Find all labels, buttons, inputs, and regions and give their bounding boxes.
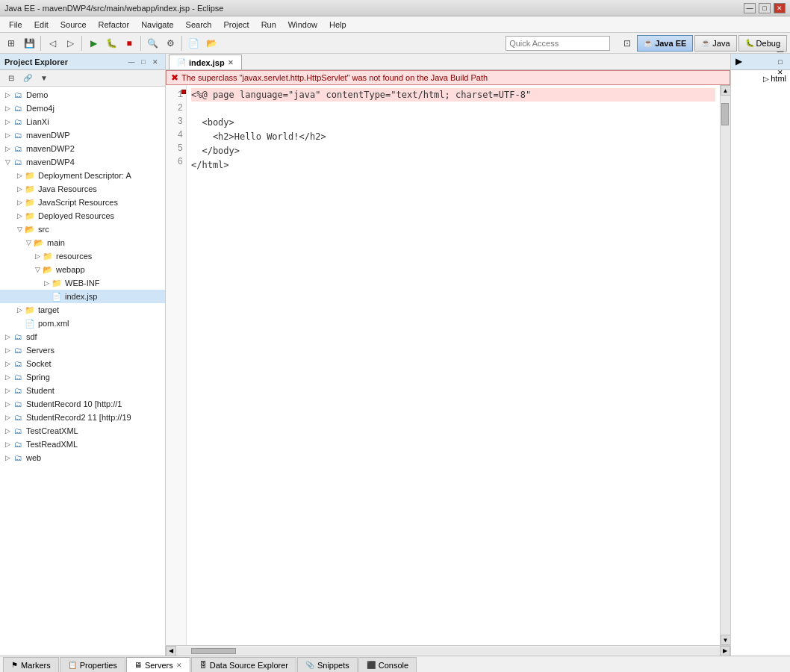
tree-item-main[interactable]: ▽ 📂 main [0, 236, 165, 249]
bottom-tab-markers[interactable]: ⚑ Markers [3, 657, 59, 672]
tree-arrow-resources: ▷ [33, 252, 42, 260]
bottom-tab-console[interactable]: ⬛ Console [358, 657, 417, 672]
tree-item-deployment[interactable]: ▷ 📁 Deployment Descriptor: A [0, 169, 165, 182]
code-editor[interactable]: 1 2 3 4 5 6 <%@ page language="java" con… [166, 85, 730, 645]
tree-item-lianxi[interactable]: ▷ 🗂 LianXi [0, 115, 165, 128]
scroll-track[interactable] [721, 96, 730, 635]
bottom-tab-servers[interactable]: 🖥 Servers ✕ [126, 657, 190, 672]
sidebar-menu-btn[interactable]: ▼ [36, 70, 52, 87]
tree-arrow-web: ▷ [3, 454, 12, 461]
back-button[interactable]: ◁ [44, 35, 60, 52]
tree-item-spring[interactable]: ▷ 🗂 Spring [0, 370, 165, 384]
tree-item-src[interactable]: ▽ 📂 src [0, 223, 165, 236]
toolbar-separator-1 [40, 36, 41, 51]
tab-label: index.jsp [189, 58, 225, 67]
sidebar-close-btn[interactable]: ✕ [150, 57, 161, 67]
tree-item-pom[interactable]: 📄 pom.xml [0, 317, 165, 330]
outline-maximize-btn[interactable]: □ [775, 57, 786, 67]
tree-item-testreadxml[interactable]: ▷ 🗂 TestReadXML [0, 438, 165, 451]
tree-label-pom: pom.xml [38, 319, 69, 328]
tree-item-web[interactable]: ▷ 🗂 web [0, 451, 165, 464]
outline-minimize-btn[interactable]: — [775, 46, 786, 57]
vertical-scrollbar[interactable]: ▲ ▼ [720, 85, 730, 645]
folder-icon-webinf: 📁 [51, 277, 63, 289]
menu-edit[interactable]: Edit [28, 19, 55, 31]
project-explorer-panel: Project Explorer — □ ✕ ⊟ 🔗 ▼ ▷ 🗂 Demo ▷ [0, 54, 166, 656]
debug-button[interactable]: 🐛 [103, 35, 119, 52]
menu-search[interactable]: Search [180, 19, 218, 31]
tree-item-mavendwp2[interactable]: ▷ 🗂 mavenDWP2 [0, 142, 165, 155]
tree-item-sdf[interactable]: ▷ 🗂 sdf [0, 330, 165, 343]
tree-item-mavendwp[interactable]: ▷ 🗂 mavenDWP [0, 128, 165, 142]
bottom-tab-datasource[interactable]: 🗄 Data Source Explorer [191, 657, 296, 672]
sidebar-maximize-btn[interactable]: □ [138, 57, 149, 67]
line-num-3: 3 [169, 115, 183, 128]
h-scroll-track[interactable] [176, 647, 720, 655]
tree-item-socket[interactable]: ▷ 🗂 Socket [0, 357, 165, 370]
h-scroll-left-btn[interactable]: ◀ [166, 646, 176, 656]
perspective-toggle-btn[interactable]: ⊡ [619, 35, 635, 52]
maximize-button[interactable]: □ [759, 3, 771, 13]
perspective-java[interactable]: ☕ Java [694, 35, 736, 52]
menu-help[interactable]: Help [323, 19, 352, 31]
menu-navigate[interactable]: Navigate [135, 19, 179, 31]
scroll-down-btn[interactable]: ▼ [721, 635, 731, 645]
tree-item-webapp[interactable]: ▽ 📂 webapp [0, 263, 165, 276]
outline-item-html[interactable]: ▷ html [762, 73, 787, 84]
tab-close-btn[interactable]: ✕ [228, 59, 234, 66]
stop-button[interactable]: ■ [121, 35, 137, 52]
save-button[interactable]: 💾 [21, 35, 37, 52]
tree-item-testcreatxml[interactable]: ▷ 🗂 TestCreatXML [0, 424, 165, 438]
project-icon-spring: 🗂 [12, 371, 24, 383]
tree-item-demo[interactable]: ▷ 🗂 Demo [0, 88, 165, 102]
link-editor-btn[interactable]: 🔗 [19, 70, 36, 87]
settings-button[interactable]: ⚙ [162, 35, 178, 52]
collapse-all-btn[interactable]: ⊟ [3, 70, 19, 87]
h-scroll-right-btn[interactable]: ▶ [720, 646, 730, 656]
minimize-button[interactable]: — [744, 3, 756, 13]
tree-item-mavendwp4[interactable]: ▽ 🗂 mavenDWP4 [0, 155, 165, 169]
tree-item-servers[interactable]: ▷ 🗂 Servers [0, 343, 165, 357]
src-icon: 📂 [24, 223, 36, 235]
horizontal-scrollbar[interactable]: ◀ ▶ [166, 645, 730, 656]
search-button[interactable]: 🔍 [144, 35, 161, 52]
forward-button[interactable]: ▷ [62, 35, 78, 52]
tree-item-js-resources[interactable]: ▷ 📁 JavaScript Resources [0, 196, 165, 209]
tree-item-deployed-resources[interactable]: ▷ 📁 Deployed Resources [0, 209, 165, 223]
quick-access-input[interactable] [506, 36, 610, 51]
menu-window[interactable]: Window [282, 19, 323, 31]
scroll-thumb[interactable] [721, 103, 729, 125]
perspective-javaee[interactable]: ☕ Java EE [637, 35, 693, 52]
tree-item-student[interactable]: ▷ 🗂 Student [0, 384, 165, 397]
servers-tab-close[interactable]: ✕ [176, 662, 182, 669]
tree-item-index-jsp[interactable]: 📄 index.jsp [0, 290, 165, 303]
open-resource-button[interactable]: 📂 [203, 35, 220, 52]
open-type-button[interactable]: 📄 [185, 35, 202, 52]
menu-source[interactable]: Source [55, 19, 93, 31]
tree-label-java-resources: Java Resources [38, 184, 97, 193]
menu-project[interactable]: Project [217, 19, 255, 31]
menu-refactor[interactable]: Refactor [93, 19, 136, 31]
new-button[interactable]: ⊞ [3, 35, 19, 52]
tree-item-resources[interactable]: ▷ 📁 resources [0, 249, 165, 263]
sidebar-minimize-btn[interactable]: — [126, 57, 137, 67]
run-button[interactable]: ▶ [85, 35, 102, 52]
menu-file[interactable]: File [3, 19, 28, 31]
tree-item-java-resources[interactable]: ▷ 📁 Java Resources [0, 182, 165, 196]
scroll-up-btn[interactable]: ▲ [721, 85, 731, 96]
h-scroll-thumb[interactable] [191, 648, 236, 654]
javaee-label: Java EE [655, 39, 686, 48]
close-button[interactable]: ✕ [774, 3, 786, 13]
tree-item-studentrecord2[interactable]: ▷ 🗂 StudentRecord2 11 [http://19 [0, 411, 165, 424]
tree-item-webinf[interactable]: ▷ 📁 WEB-INF [0, 276, 165, 290]
tree-item-studentrecord[interactable]: ▷ 🗂 StudentRecord 10 [http://1 [0, 397, 165, 411]
menu-run[interactable]: Run [255, 19, 282, 31]
tree-label-deployed-resources: Deployed Resources [38, 211, 114, 220]
tree-item-demo4j[interactable]: ▷ 🗂 Demo4j [0, 102, 165, 115]
line-num-6: 6 [169, 155, 183, 169]
tree-item-target[interactable]: ▷ 📁 target [0, 303, 165, 317]
code-content[interactable]: <%@ page language="java" contentType="te… [187, 85, 720, 645]
bottom-tab-snippets[interactable]: 📎 Snippets [297, 657, 358, 672]
bottom-tab-properties[interactable]: 📋 Properties [60, 657, 125, 672]
editor-tab-index-jsp[interactable]: 📄 index.jsp ✕ [169, 55, 242, 69]
